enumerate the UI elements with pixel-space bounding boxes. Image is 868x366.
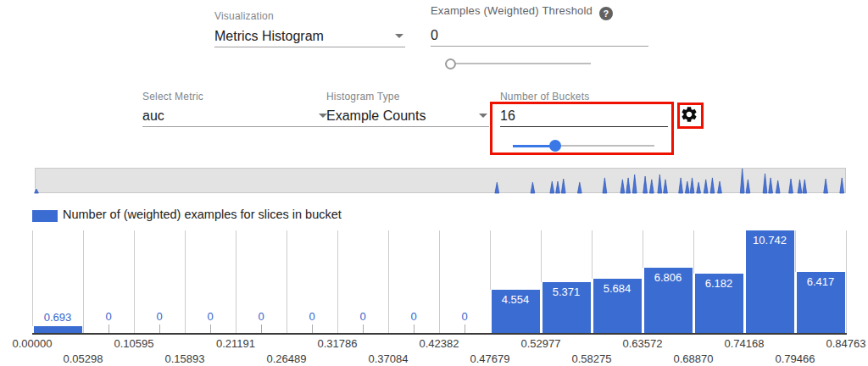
x-axis-tick-label: 0.58275: [572, 352, 612, 365]
x-axis-line: [32, 333, 847, 335]
chart-gridline: [337, 230, 338, 333]
zero-value-tick: [159, 324, 160, 333]
x-axis-tick-label: 0.74168: [725, 337, 765, 350]
zero-value-tick: [108, 324, 109, 333]
chart-gridline: [32, 230, 33, 333]
zero-value-tick: [414, 324, 415, 333]
bar-value-label: 10.742: [753, 234, 787, 247]
chart-gridline: [388, 230, 389, 333]
x-axis-tick-label: 0.31786: [318, 337, 358, 350]
x-axis-tick-label: 0.52977: [521, 337, 561, 350]
x-axis-tick-label: 0.37084: [369, 352, 409, 365]
x-axis-tick-label: 0.26489: [267, 352, 307, 365]
chart-gridline: [236, 230, 236, 333]
zero-value-tick: [210, 324, 211, 333]
bar-value-label: 0: [105, 310, 111, 323]
bar-value-label: 6.182: [705, 277, 733, 290]
x-axis-tick-label: 0.10595: [114, 337, 154, 350]
x-axis-tick-label: 0.42382: [420, 337, 459, 350]
bar-value-label: 0.693: [44, 311, 72, 324]
x-axis-tick-label: 0.79466: [776, 352, 815, 365]
zero-value-tick: [261, 324, 262, 333]
x-axis-tick-label: 0.15893: [165, 352, 205, 365]
bar-value-label: 0: [309, 310, 314, 323]
bar-value-label: 5.684: [604, 282, 632, 295]
bar-value-label: 6.417: [807, 275, 835, 288]
x-axis-tick-label: 0.47679: [470, 352, 510, 365]
x-axis-tick-label: 0.00000: [13, 337, 53, 350]
bar-value-label: 6.806: [654, 271, 682, 284]
bar-value-label: 0: [359, 310, 365, 323]
bar-value-label: 5.371: [553, 286, 581, 298]
zero-value-tick: [312, 324, 313, 333]
chart-gridline: [439, 230, 440, 333]
x-axis-tick-label: 0.21191: [216, 337, 255, 350]
metrics-histogram-chart: 0.000000.052980.105950.158930.211910.264…: [0, 0, 868, 366]
zero-value-tick: [363, 324, 364, 333]
chart-gridline: [134, 230, 135, 333]
bar-value-label: 0: [156, 310, 162, 323]
bar-value-label: 4.554: [502, 293, 530, 306]
bar-value-label: 0: [461, 310, 467, 323]
x-axis-tick-label: 0.05298: [64, 352, 103, 365]
bar-value-label: 0: [258, 310, 264, 323]
bar-value-label: 0: [207, 310, 213, 323]
x-axis-tick-label: 0.68870: [674, 352, 714, 365]
zero-value-tick: [465, 324, 465, 333]
histogram-bar[interactable]: [32, 326, 83, 333]
x-axis-tick-label: 0.63572: [623, 337, 663, 350]
chart-gridline: [287, 230, 287, 333]
chart-gridline: [185, 230, 186, 333]
chart-gridline: [846, 230, 847, 333]
bar-value-label: 0: [410, 310, 416, 323]
chart-gridline: [83, 230, 84, 333]
histogram-bar-fill: [34, 326, 82, 333]
x-axis-tick-label: 0.84763: [826, 337, 866, 350]
